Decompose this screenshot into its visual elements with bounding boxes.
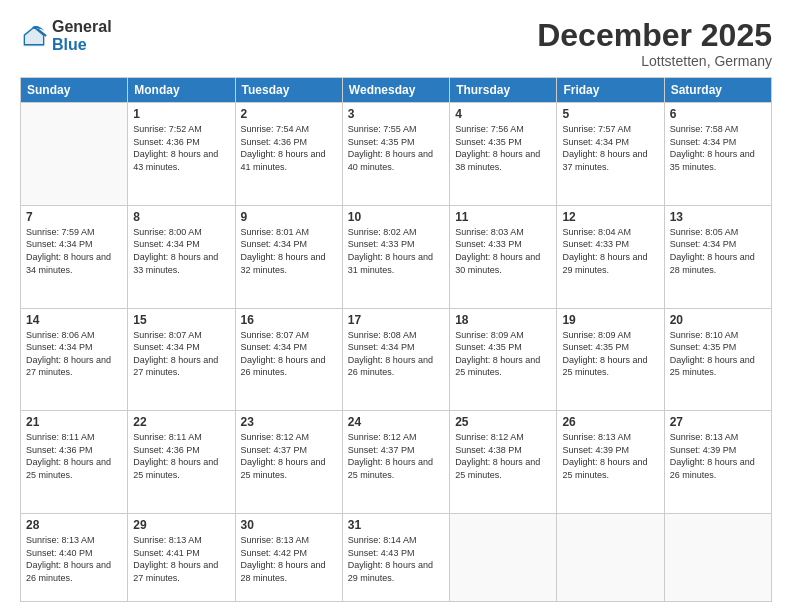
day-number: 11	[455, 210, 551, 224]
header-wednesday: Wednesday	[342, 78, 449, 103]
cell-w5-d1: 28Sunrise: 8:13 AM Sunset: 4:40 PM Dayli…	[21, 514, 128, 602]
logo-general-text: General	[52, 18, 112, 36]
day-info: Sunrise: 8:07 AM Sunset: 4:34 PM Dayligh…	[133, 329, 229, 379]
day-number: 3	[348, 107, 444, 121]
cell-w3-d3: 16Sunrise: 8:07 AM Sunset: 4:34 PM Dayli…	[235, 308, 342, 411]
cell-w5-d3: 30Sunrise: 8:13 AM Sunset: 4:42 PM Dayli…	[235, 514, 342, 602]
day-number: 24	[348, 415, 444, 429]
cell-w2-d3: 9Sunrise: 8:01 AM Sunset: 4:34 PM Daylig…	[235, 205, 342, 308]
cell-w1-d5: 4Sunrise: 7:56 AM Sunset: 4:35 PM Daylig…	[450, 103, 557, 206]
day-info: Sunrise: 8:09 AM Sunset: 4:35 PM Dayligh…	[455, 329, 551, 379]
day-info: Sunrise: 8:10 AM Sunset: 4:35 PM Dayligh…	[670, 329, 766, 379]
day-info: Sunrise: 8:11 AM Sunset: 4:36 PM Dayligh…	[133, 431, 229, 481]
day-number: 13	[670, 210, 766, 224]
day-number: 28	[26, 518, 122, 532]
day-info: Sunrise: 8:04 AM Sunset: 4:33 PM Dayligh…	[562, 226, 658, 276]
cell-w5-d5	[450, 514, 557, 602]
day-number: 18	[455, 313, 551, 327]
day-info: Sunrise: 7:56 AM Sunset: 4:35 PM Dayligh…	[455, 123, 551, 173]
day-number: 15	[133, 313, 229, 327]
day-info: Sunrise: 7:55 AM Sunset: 4:35 PM Dayligh…	[348, 123, 444, 173]
cell-w4-d3: 23Sunrise: 8:12 AM Sunset: 4:37 PM Dayli…	[235, 411, 342, 514]
day-info: Sunrise: 8:14 AM Sunset: 4:43 PM Dayligh…	[348, 534, 444, 584]
header: General Blue December 2025 Lottstetten, …	[20, 18, 772, 69]
week-row-5: 28Sunrise: 8:13 AM Sunset: 4:40 PM Dayli…	[21, 514, 772, 602]
day-info: Sunrise: 8:02 AM Sunset: 4:33 PM Dayligh…	[348, 226, 444, 276]
cell-w1-d3: 2Sunrise: 7:54 AM Sunset: 4:36 PM Daylig…	[235, 103, 342, 206]
cell-w3-d7: 20Sunrise: 8:10 AM Sunset: 4:35 PM Dayli…	[664, 308, 771, 411]
month-title: December 2025	[537, 18, 772, 53]
day-number: 1	[133, 107, 229, 121]
cell-w5-d6	[557, 514, 664, 602]
week-row-4: 21Sunrise: 8:11 AM Sunset: 4:36 PM Dayli…	[21, 411, 772, 514]
day-number: 17	[348, 313, 444, 327]
cell-w2-d4: 10Sunrise: 8:02 AM Sunset: 4:33 PM Dayli…	[342, 205, 449, 308]
week-row-2: 7Sunrise: 7:59 AM Sunset: 4:34 PM Daylig…	[21, 205, 772, 308]
day-info: Sunrise: 8:07 AM Sunset: 4:34 PM Dayligh…	[241, 329, 337, 379]
title-block: December 2025 Lottstetten, Germany	[537, 18, 772, 69]
day-number: 26	[562, 415, 658, 429]
cell-w1-d2: 1Sunrise: 7:52 AM Sunset: 4:36 PM Daylig…	[128, 103, 235, 206]
logo-blue-text: Blue	[52, 36, 112, 54]
location: Lottstetten, Germany	[537, 53, 772, 69]
day-number: 10	[348, 210, 444, 224]
logo-icon	[20, 22, 48, 50]
day-info: Sunrise: 8:05 AM Sunset: 4:34 PM Dayligh…	[670, 226, 766, 276]
cell-w1-d4: 3Sunrise: 7:55 AM Sunset: 4:35 PM Daylig…	[342, 103, 449, 206]
day-number: 25	[455, 415, 551, 429]
logo: General Blue	[20, 18, 112, 53]
cell-w5-d4: 31Sunrise: 8:14 AM Sunset: 4:43 PM Dayli…	[342, 514, 449, 602]
cell-w2-d6: 12Sunrise: 8:04 AM Sunset: 4:33 PM Dayli…	[557, 205, 664, 308]
day-number: 8	[133, 210, 229, 224]
day-number: 16	[241, 313, 337, 327]
day-number: 7	[26, 210, 122, 224]
week-row-1: 1Sunrise: 7:52 AM Sunset: 4:36 PM Daylig…	[21, 103, 772, 206]
day-number: 4	[455, 107, 551, 121]
day-info: Sunrise: 8:06 AM Sunset: 4:34 PM Dayligh…	[26, 329, 122, 379]
cell-w3-d6: 19Sunrise: 8:09 AM Sunset: 4:35 PM Dayli…	[557, 308, 664, 411]
cell-w1-d6: 5Sunrise: 7:57 AM Sunset: 4:34 PM Daylig…	[557, 103, 664, 206]
day-info: Sunrise: 7:54 AM Sunset: 4:36 PM Dayligh…	[241, 123, 337, 173]
day-info: Sunrise: 7:59 AM Sunset: 4:34 PM Dayligh…	[26, 226, 122, 276]
cell-w5-d2: 29Sunrise: 8:13 AM Sunset: 4:41 PM Dayli…	[128, 514, 235, 602]
cell-w2-d5: 11Sunrise: 8:03 AM Sunset: 4:33 PM Dayli…	[450, 205, 557, 308]
day-info: Sunrise: 8:11 AM Sunset: 4:36 PM Dayligh…	[26, 431, 122, 481]
day-number: 12	[562, 210, 658, 224]
day-number: 21	[26, 415, 122, 429]
day-info: Sunrise: 8:12 AM Sunset: 4:38 PM Dayligh…	[455, 431, 551, 481]
cell-w3-d4: 17Sunrise: 8:08 AM Sunset: 4:34 PM Dayli…	[342, 308, 449, 411]
day-number: 14	[26, 313, 122, 327]
header-monday: Monday	[128, 78, 235, 103]
day-info: Sunrise: 8:08 AM Sunset: 4:34 PM Dayligh…	[348, 329, 444, 379]
day-info: Sunrise: 8:13 AM Sunset: 4:40 PM Dayligh…	[26, 534, 122, 584]
day-info: Sunrise: 7:58 AM Sunset: 4:34 PM Dayligh…	[670, 123, 766, 173]
day-number: 2	[241, 107, 337, 121]
day-number: 30	[241, 518, 337, 532]
day-number: 19	[562, 313, 658, 327]
cell-w2-d2: 8Sunrise: 8:00 AM Sunset: 4:34 PM Daylig…	[128, 205, 235, 308]
header-friday: Friday	[557, 78, 664, 103]
week-row-3: 14Sunrise: 8:06 AM Sunset: 4:34 PM Dayli…	[21, 308, 772, 411]
day-number: 23	[241, 415, 337, 429]
day-info: Sunrise: 8:13 AM Sunset: 4:39 PM Dayligh…	[562, 431, 658, 481]
cell-w2-d1: 7Sunrise: 7:59 AM Sunset: 4:34 PM Daylig…	[21, 205, 128, 308]
header-tuesday: Tuesday	[235, 78, 342, 103]
day-number: 5	[562, 107, 658, 121]
day-info: Sunrise: 8:13 AM Sunset: 4:42 PM Dayligh…	[241, 534, 337, 584]
day-info: Sunrise: 7:57 AM Sunset: 4:34 PM Dayligh…	[562, 123, 658, 173]
header-thursday: Thursday	[450, 78, 557, 103]
cell-w2-d7: 13Sunrise: 8:05 AM Sunset: 4:34 PM Dayli…	[664, 205, 771, 308]
day-number: 31	[348, 518, 444, 532]
header-saturday: Saturday	[664, 78, 771, 103]
day-number: 27	[670, 415, 766, 429]
cell-w5-d7	[664, 514, 771, 602]
cell-w4-d2: 22Sunrise: 8:11 AM Sunset: 4:36 PM Dayli…	[128, 411, 235, 514]
day-number: 6	[670, 107, 766, 121]
day-info: Sunrise: 8:09 AM Sunset: 4:35 PM Dayligh…	[562, 329, 658, 379]
weekday-header-row: Sunday Monday Tuesday Wednesday Thursday…	[21, 78, 772, 103]
page: General Blue December 2025 Lottstetten, …	[0, 0, 792, 612]
cell-w1-d7: 6Sunrise: 7:58 AM Sunset: 4:34 PM Daylig…	[664, 103, 771, 206]
header-sunday: Sunday	[21, 78, 128, 103]
cell-w4-d1: 21Sunrise: 8:11 AM Sunset: 4:36 PM Dayli…	[21, 411, 128, 514]
day-info: Sunrise: 8:01 AM Sunset: 4:34 PM Dayligh…	[241, 226, 337, 276]
